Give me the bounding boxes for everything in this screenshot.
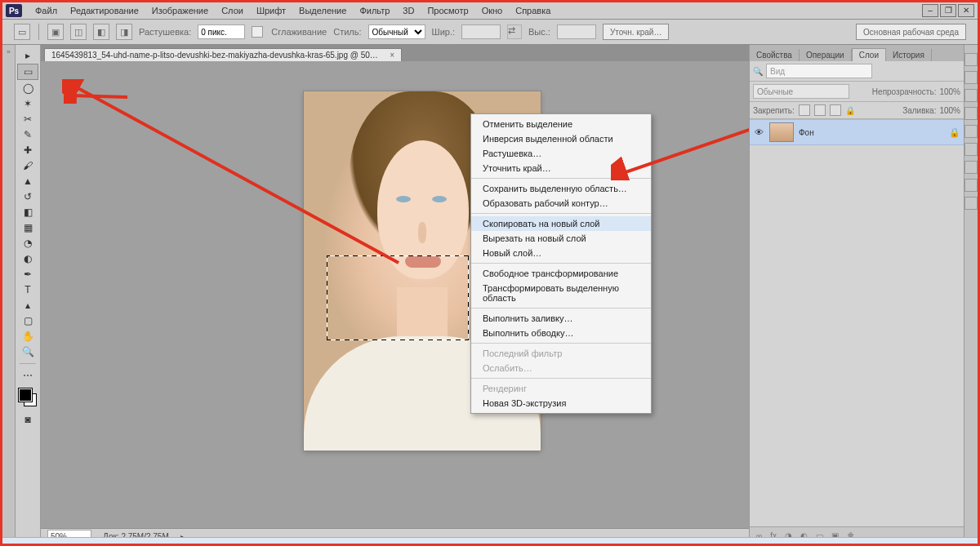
- refine-edge-button[interactable]: Уточн. край…: [603, 24, 670, 40]
- blur-tool-icon[interactable]: ◔: [18, 236, 38, 251]
- layer-kind-filter[interactable]: Вид: [766, 64, 872, 78]
- style-select[interactable]: Обычный: [368, 24, 425, 39]
- collapsed-panel-icon[interactable]: [964, 197, 978, 210]
- dodge-tool-icon[interactable]: ◐: [18, 251, 38, 266]
- gradient-tool-icon[interactable]: ▦: [18, 220, 38, 235]
- menu-item[interactable]: Фильтр: [353, 4, 396, 17]
- eraser-tool-icon[interactable]: ◧: [18, 205, 38, 220]
- context-menu-item[interactable]: Скопировать на новый слой: [471, 216, 651, 231]
- menu-item[interactable]: Шрифт: [250, 4, 292, 17]
- context-menu-item[interactable]: Выполнить обводку…: [471, 326, 651, 340]
- hand-tool-icon[interactable]: ✋: [18, 329, 38, 344]
- brush-tool-icon[interactable]: 🖌: [18, 158, 38, 173]
- menu-separator: [471, 343, 651, 344]
- opacity-value[interactable]: 100%: [939, 87, 960, 96]
- context-menu-item[interactable]: Новая 3D-экструзия: [471, 396, 651, 411]
- panel-tab[interactable]: Слои: [852, 48, 886, 61]
- menu-item[interactable]: Выделение: [292, 4, 353, 17]
- layer-row[interactable]: 👁 Фон 🔒: [750, 119, 964, 145]
- menu-item[interactable]: 3D: [396, 4, 421, 17]
- panel-tab[interactable]: История: [886, 49, 932, 61]
- quick-select-tool-icon[interactable]: ✶: [18, 96, 38, 111]
- context-menu-item[interactable]: Образовать рабочий контур…: [471, 196, 651, 211]
- search-icon[interactable]: 🔍: [753, 67, 763, 76]
- lasso-tool-icon[interactable]: ◯: [18, 81, 38, 95]
- collapsed-panel-icon[interactable]: [964, 161, 978, 174]
- style-label: Стиль:: [333, 27, 361, 37]
- stamp-tool-icon[interactable]: ▲: [18, 174, 38, 189]
- crop-tool-icon[interactable]: ✂: [18, 112, 38, 127]
- eyedropper-tool-icon[interactable]: ✎: [18, 127, 38, 142]
- marquee-tool-icon[interactable]: ▭: [17, 64, 38, 80]
- fill-value[interactable]: 100%: [939, 106, 960, 115]
- visibility-icon[interactable]: 👁: [753, 127, 764, 138]
- layer-name[interactable]: Фон: [799, 128, 814, 137]
- context-menu-item[interactable]: Уточнить край…: [471, 161, 651, 175]
- collapsed-panel-icon[interactable]: [964, 71, 978, 84]
- os-taskbar: [2, 537, 978, 544]
- feather-label: Растушевка:: [139, 27, 191, 37]
- collapsed-panel-icon[interactable]: [964, 53, 978, 66]
- selection-new-icon[interactable]: ▣: [47, 24, 64, 40]
- context-menu-item[interactable]: Отменить выделение: [471, 117, 651, 131]
- marquee-mode-icon[interactable]: ▭: [14, 24, 30, 40]
- blend-mode-select[interactable]: Обычные: [753, 84, 849, 99]
- close-tab-icon[interactable]: ×: [390, 51, 394, 60]
- type-tool-icon[interactable]: T: [18, 282, 38, 297]
- context-menu-item: Последний фильтр: [471, 346, 651, 361]
- lock-pixels-icon[interactable]: [799, 104, 810, 116]
- menu-item[interactable]: Окно: [475, 4, 510, 17]
- selection-intersect-icon[interactable]: ◨: [116, 24, 132, 40]
- shape-tool-icon[interactable]: ▢: [18, 313, 38, 328]
- color-swatches[interactable]: [19, 388, 37, 406]
- menu-separator: [471, 263, 651, 264]
- context-menu-item[interactable]: Новый слой…: [471, 246, 651, 260]
- move-tool-icon[interactable]: ▸: [18, 48, 38, 63]
- quickmask-icon[interactable]: ◙: [18, 412, 38, 427]
- path-select-tool-icon[interactable]: ▴: [18, 298, 38, 313]
- selection-subtract-icon[interactable]: ◧: [93, 24, 109, 40]
- collapsed-panel-icon[interactable]: [964, 125, 978, 138]
- panel-tab[interactable]: Операции: [800, 49, 852, 61]
- window-restore-button[interactable]: ❐: [940, 4, 956, 17]
- anti-alias-checkbox[interactable]: [252, 26, 263, 38]
- panel-tab[interactable]: Свойства: [750, 49, 800, 61]
- selection-add-icon[interactable]: ◫: [70, 24, 87, 40]
- pen-tool-icon[interactable]: ✒: [18, 267, 38, 282]
- layer-list: 👁 Фон 🔒: [750, 119, 964, 526]
- layer-thumbnail[interactable]: [769, 122, 794, 142]
- menu-item[interactable]: Редактирование: [64, 4, 145, 17]
- selection-marquee[interactable]: [327, 255, 469, 340]
- context-menu-item[interactable]: Трансформировать выделенную область: [471, 281, 651, 305]
- menu-item[interactable]: Просмотр: [421, 4, 474, 17]
- heal-tool-icon[interactable]: ✚: [18, 143, 38, 158]
- context-menu-item[interactable]: Выполнить заливку…: [471, 311, 651, 326]
- lock-all-icon[interactable]: [830, 104, 841, 116]
- height-label: Выс.:: [528, 27, 550, 37]
- feather-input[interactable]: [198, 24, 245, 39]
- context-menu-item[interactable]: Инверсия выделенной области: [471, 131, 651, 146]
- menu-item[interactable]: Изображение: [145, 4, 215, 17]
- document-tab[interactable]: 1645439813_54-uhd-name-p-litso-devushki-…: [44, 48, 402, 61]
- canvas-area[interactable]: Отменить выделениеИнверсия выделенной об…: [41, 61, 749, 528]
- context-menu-item[interactable]: Вырезать на новый слой: [471, 231, 651, 246]
- width-input: [461, 24, 501, 39]
- context-menu-item[interactable]: Свободное трансформирование: [471, 266, 651, 281]
- history-brush-tool-icon[interactable]: ↺: [18, 189, 38, 204]
- workspace-button[interactable]: Основная рабочая среда: [856, 24, 966, 40]
- zoom-tool-icon[interactable]: 🔍: [18, 344, 38, 359]
- menu-item[interactable]: Справка: [509, 4, 557, 17]
- collapsed-panel-icon[interactable]: [964, 89, 978, 102]
- context-menu-item[interactable]: Сохранить выделенную область…: [471, 181, 651, 196]
- collapsed-panel-icon[interactable]: [964, 107, 978, 120]
- collapsed-panel-icon[interactable]: [964, 143, 978, 156]
- edit-toolbar-icon[interactable]: ⋯: [18, 368, 38, 383]
- menu-item[interactable]: Слои: [215, 4, 250, 17]
- context-menu-item[interactable]: Растушевка…: [471, 146, 651, 161]
- menu-item[interactable]: Файл: [29, 4, 64, 17]
- window-close-button[interactable]: ✕: [958, 4, 974, 17]
- lock-position-icon[interactable]: [814, 104, 826, 116]
- collapsed-panel-icon[interactable]: [964, 179, 978, 192]
- swap-wh-icon[interactable]: ⇄: [507, 24, 522, 39]
- window-minimize-button[interactable]: –: [922, 4, 938, 17]
